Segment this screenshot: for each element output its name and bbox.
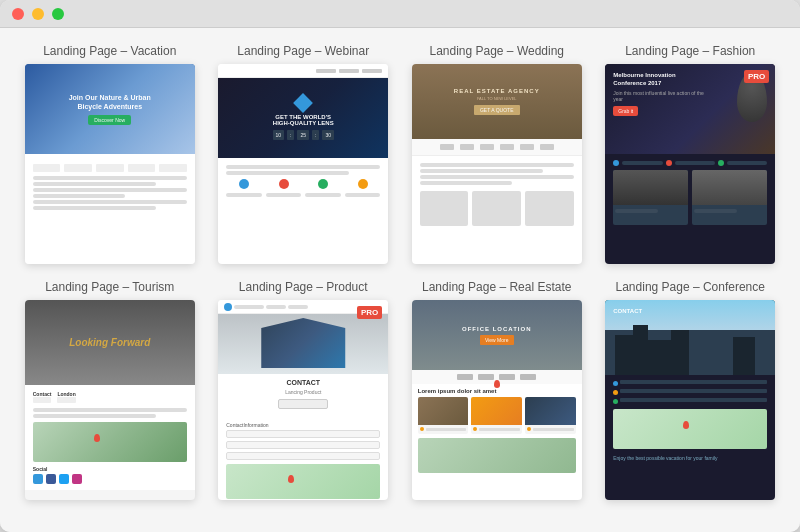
property-img-1: [418, 397, 469, 425]
fcard-text-2: [694, 209, 737, 213]
maximize-button[interactable]: [52, 8, 64, 20]
pnav-3: [288, 305, 308, 309]
card-tourism-label: Landing Page – Tourism: [45, 280, 174, 294]
counter-1: 10: [273, 130, 285, 140]
location-pin-1: [420, 427, 424, 431]
realestate-content-section: Lorem ipsum dolor sit amet: [412, 384, 582, 477]
thumbnail-fashion[interactable]: PRO Melbourne InnovationConference 2017 …: [605, 64, 775, 264]
location-pin-2: [473, 427, 477, 431]
fashion-row-1: [613, 159, 767, 167]
dot-2: [666, 160, 672, 166]
form-row-3: [226, 452, 380, 460]
feature-icon-1: [239, 179, 249, 189]
card-realestate: Landing Page – Real Estate OFFICE LOCATI…: [407, 280, 587, 500]
social-label: Social: [33, 466, 187, 472]
conf-dot-3: [613, 399, 618, 404]
rel-3: [499, 374, 515, 380]
thumbnail-product[interactable]: PRO CONTACT Lancing Product: [218, 300, 388, 500]
property-info-2: [471, 425, 522, 434]
wedding-title: REAL ESTATE AGENCY: [454, 88, 540, 94]
social-icon-4: [72, 474, 82, 484]
nav-2: [339, 69, 359, 73]
building-1: [615, 335, 635, 375]
pnav-1: [234, 305, 264, 309]
feature-3: [305, 179, 341, 199]
feature-2: [266, 179, 302, 199]
building-2: [633, 325, 648, 375]
pnav-2: [266, 305, 286, 309]
form-row-1: [226, 430, 380, 438]
conf-row-1: [613, 380, 767, 386]
counter-4: :: [312, 130, 319, 140]
product-title: CONTACT: [226, 379, 380, 386]
wedtext-1: [420, 163, 574, 167]
logo-2: [64, 164, 92, 172]
ttext-2: [33, 414, 156, 418]
wedtext-3: [420, 175, 574, 179]
tourism-contact: Contact London: [33, 391, 187, 403]
wedding-content-section: [412, 156, 582, 231]
wedding-hero-section: REAL ESTATE AGENCY FALL TO NEW LEVEL GET…: [412, 64, 582, 139]
ftext-3: [727, 161, 767, 165]
realestate-map-pin: [494, 380, 500, 388]
rel-2: [478, 374, 494, 380]
minimize-button[interactable]: [32, 8, 44, 20]
property-img-2: [471, 397, 522, 425]
rel-4: [520, 374, 536, 380]
realestate-title: OFFICE LOCATION: [462, 326, 532, 332]
wedtext-4: [420, 181, 512, 185]
tourism-social: Social: [33, 466, 187, 484]
product-hero-section: [218, 314, 388, 374]
thumbnail-wedding[interactable]: REAL ESTATE AGENCY FALL TO NEW LEVEL GET…: [412, 64, 582, 264]
wedding-subtitle: FALL TO NEW LEVEL: [477, 96, 517, 101]
product-btn: [278, 399, 328, 409]
realestate-btn: View More: [480, 335, 514, 345]
card-vacation: Landing Page – Vacation Join Our Nature …: [20, 44, 200, 264]
thumbnail-realestate[interactable]: OFFICE LOCATION View More Lorem ipsum do…: [412, 300, 582, 500]
webinar-content-section: [218, 158, 388, 204]
thumbnail-vacation[interactable]: Join Our Nature & UrbanBicycle Adventure…: [25, 64, 195, 264]
counter-5: 30: [322, 130, 334, 140]
pro-badge-fashion: PRO: [744, 70, 769, 83]
vacation-hero-text: Join Our Nature & UrbanBicycle Adventure…: [61, 93, 159, 111]
wl-1: [440, 144, 454, 150]
social-icon-2: [46, 474, 56, 484]
tourism-map: [33, 422, 187, 462]
logo-1: [33, 164, 61, 172]
nav-3: [362, 69, 382, 73]
conference-title: CONTACT: [613, 308, 642, 316]
template-grid: Landing Page – Vacation Join Our Nature …: [20, 44, 780, 500]
ftext-1: [622, 161, 662, 165]
card-conference: Landing Page – Conference CONTACT: [601, 280, 781, 500]
city-skyline: CONTACT: [605, 300, 775, 375]
feature-icon-4: [358, 179, 368, 189]
dot-1: [613, 160, 619, 166]
thumbnail-webinar[interactable]: GET THE WORLD'SHIGH-QUALITY LENS 10 : 25…: [218, 64, 388, 264]
wedding-logos: [412, 139, 582, 156]
card-realestate-label: Landing Page – Real Estate: [422, 280, 571, 294]
building-5: [733, 337, 755, 375]
card-fashion-label: Landing Page – Fashion: [625, 44, 755, 58]
card-vacation-label: Landing Page – Vacation: [43, 44, 176, 58]
thumbnail-tourism[interactable]: Looking Forward Contact London: [25, 300, 195, 500]
fashion-cta: Grab it: [613, 106, 638, 116]
building-icon: [243, 318, 363, 368]
property-info-1: [418, 425, 469, 434]
conf-row-2: [613, 389, 767, 395]
conference-hero-section: CONTACT: [605, 300, 775, 375]
text-2: [33, 182, 156, 186]
card-conference-label: Landing Page – Conference: [616, 280, 765, 294]
location-2: [473, 427, 520, 431]
card-webinar: Landing Page – Webinar GET THE WORLD'SHI…: [214, 44, 394, 264]
feature-icon-2: [279, 179, 289, 189]
close-button[interactable]: [12, 8, 24, 20]
wl-6: [540, 144, 554, 150]
tourism-hero-section: Looking Forward: [25, 300, 195, 385]
social-icons: [33, 474, 187, 484]
property-3: [525, 397, 576, 434]
app-window: Landing Page – Vacation Join Our Nature …: [0, 0, 800, 532]
thumbnail-conference[interactable]: CONTACT: [605, 300, 775, 500]
card-tourism: Landing Page – Tourism Looking Forward C…: [20, 280, 200, 500]
product-form: ContactInformation: [218, 418, 388, 500]
ft3: [305, 193, 341, 197]
